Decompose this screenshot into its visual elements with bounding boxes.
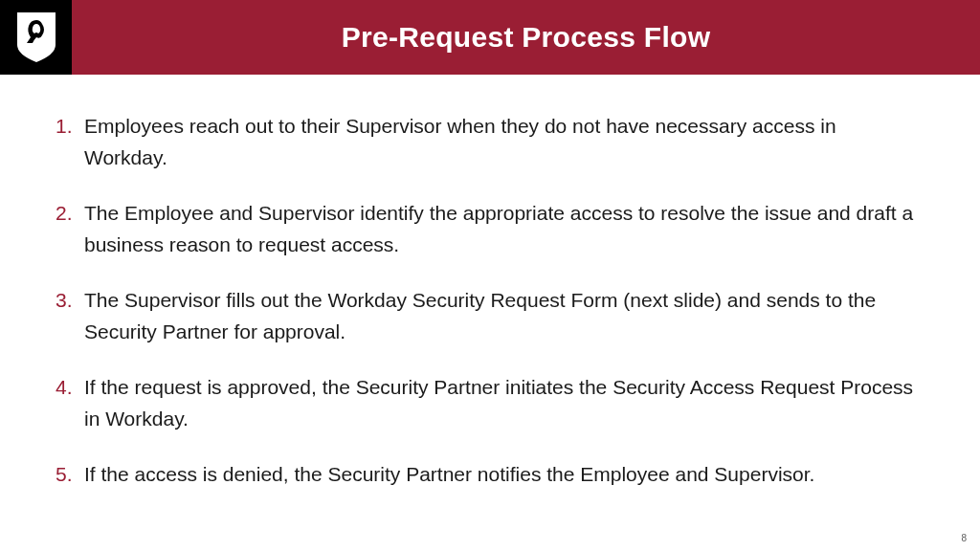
logo-container xyxy=(0,0,72,75)
list-item: Employees reach out to their Supervisor … xyxy=(56,111,924,173)
list-item: If the request is approved, the Security… xyxy=(56,372,924,434)
steps-list: Employees reach out to their Supervisor … xyxy=(56,111,924,491)
shield-icon xyxy=(13,11,59,64)
content-area: Employees reach out to their Supervisor … xyxy=(0,75,980,491)
list-item: If the access is denied, the Security Pa… xyxy=(56,459,924,491)
list-item: The Supervisor fills out the Workday Sec… xyxy=(56,285,924,347)
list-item: The Employee and Supervisor identify the… xyxy=(56,198,924,260)
page-title: Pre-Request Process Flow xyxy=(342,21,711,54)
header: Pre-Request Process Flow xyxy=(0,0,980,75)
page-number: 8 xyxy=(961,533,967,543)
title-bar: Pre-Request Process Flow xyxy=(72,0,980,75)
